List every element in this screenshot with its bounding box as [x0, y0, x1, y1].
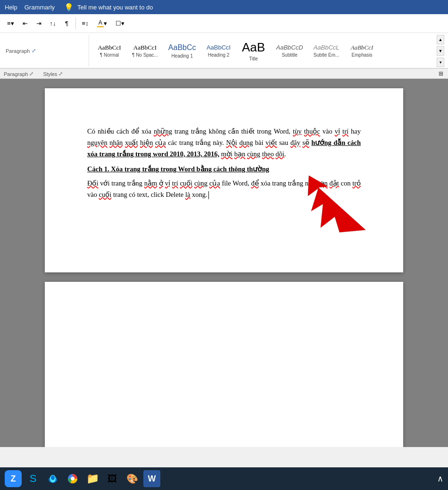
taskbar-paint3d-icon[interactable]: 🎨 [124, 470, 141, 487]
style-title[interactable]: AaB Title [237, 37, 270, 65]
title-bar-search[interactable]: 💡 Tell me what you want to do [64, 3, 153, 12]
taskbar-chevron-up[interactable]: ∧ [437, 473, 443, 484]
paragraph-footer[interactable]: Paragraph ⤢ [4, 71, 33, 77]
style-normal[interactable]: AaBbCcI ¶ Normal [93, 37, 126, 65]
styles-left-area: Paragraph ⤢ [4, 46, 89, 56]
style-subtle-emphasis[interactable]: AaBbCcL Subtle Em... [309, 37, 344, 65]
sort-btn[interactable]: ↑↓ [47, 17, 59, 30]
paragraph-footer-label: Paragraph [4, 71, 28, 77]
style-title-sample: AaB [242, 40, 265, 55]
page-1: Có nhiều cách để xóa những trang trắng k… [45, 88, 403, 272]
style-h1-label: Heading 1 [171, 53, 193, 59]
svg-point-6 [71, 477, 75, 481]
taskbar-skype-icon[interactable]: S [25, 470, 41, 487]
paragraph-label: Paragraph [6, 48, 30, 54]
style-emphasis[interactable]: AaBbCcI Emphasis [346, 37, 379, 65]
paragraph-dropdown-btn[interactable]: ≡▾ [4, 17, 17, 30]
style-emphasis-label: Emphasis [352, 52, 373, 58]
style-title-label: Title [249, 56, 258, 61]
styles-scrollbar: ▲ ▼ ▾ [437, 35, 444, 67]
style-h2-label: Heading 2 [208, 52, 230, 58]
paragraph-2: Đối với trang trắng nằm ở vị trí cuối cù… [87, 178, 361, 201]
style-heading1[interactable]: AaBbCc Heading 1 [164, 37, 200, 65]
help-menu[interactable]: Help [5, 4, 17, 11]
svg-point-3 [51, 475, 55, 480]
styles-footer-label: Styles [43, 71, 57, 77]
style-nospace-label: ¶ No Spac... [132, 52, 158, 58]
grammarly-menu[interactable]: Grammarly [25, 4, 55, 11]
page-2 [45, 282, 403, 447]
taskbar-word-icon[interactable]: W [143, 470, 160, 487]
search-text: Tell me what you want to do [77, 4, 153, 11]
taskbar-zoom-icon[interactable]: Z [5, 470, 22, 487]
style-normal-label: ¶ Normal [100, 52, 119, 58]
style-h1-sample: AaBbCc [168, 43, 196, 52]
taskbar-right: ∧ [437, 473, 443, 484]
scroll-down-btn[interactable]: ▼ [437, 46, 444, 56]
lightbulb-icon: 💡 [64, 3, 74, 12]
borders-btn[interactable]: ☐▾ [112, 17, 128, 30]
page-2-content[interactable] [45, 282, 403, 447]
show-hide-btn[interactable]: ¶ [61, 17, 73, 30]
title-bar-menu: Help Grammarly [5, 4, 55, 11]
title-bar: Help Grammarly 💡 Tell me what you want t… [0, 0, 448, 14]
line-spacing-btn[interactable]: ≡↕ [79, 17, 92, 30]
taskbar-edge-icon[interactable] [44, 470, 61, 487]
page-1-content[interactable]: Có nhiều cách để xóa những trang trắng k… [45, 88, 403, 268]
indent-decrease-btn[interactable]: ⇥ [33, 17, 45, 30]
style-h2-sample: AaBbCcI [207, 44, 231, 51]
paragraph-expand-icon[interactable]: ⤢ [32, 48, 36, 54]
indent-increase-btn[interactable]: ⇤ [19, 17, 31, 30]
paragraph-footer-expand[interactable]: ⤢ [29, 71, 33, 77]
style-subtle-label: Subtle Em... [314, 52, 339, 58]
style-emphasis-sample: AaBbCcI [351, 44, 373, 51]
separator-1 [75, 18, 76, 29]
ribbon: ≡▾ ⇤ ⇥ ↑↓ ¶ ≡↕ A▾ ☐▾ Paragraph ⤢ AaBbCcI… [0, 14, 448, 68]
style-subtitle-label: Subtitle [282, 52, 297, 58]
styles-gallery: AaBbCcI ¶ Normal AaBbCcI ¶ No Spac... Aa… [89, 35, 436, 67]
style-nospace-sample: AaBbCcI [133, 44, 157, 51]
taskbar-photos-icon[interactable]: 🖼 [104, 470, 121, 487]
scroll-up-btn[interactable]: ▲ [437, 35, 444, 44]
taskbar-left: Z S 📁 [5, 470, 160, 487]
style-normal-sample: AaBbCcI [98, 44, 121, 51]
taskbar-explorer-icon[interactable]: 📁 [84, 470, 101, 487]
style-subtle-sample: AaBbCcL [314, 44, 340, 51]
styles-row: Paragraph ⤢ AaBbCcI ¶ Normal AaBbCcI ¶ N… [0, 33, 448, 68]
heading-1: Cách 1. Xóa trang trắng trong Word bằng … [87, 164, 361, 175]
toolbar-row: ≡▾ ⇤ ⇥ ↑↓ ¶ ≡↕ A▾ ☐▾ [0, 14, 448, 33]
paragraph-1: Có nhiều cách để xóa những trang trắng k… [87, 126, 361, 160]
document-area[interactable]: Có nhiều cách để xóa những trang trắng k… [0, 79, 448, 447]
style-heading2[interactable]: AaBbCcI Heading 2 [202, 37, 235, 65]
text-cursor [208, 191, 209, 199]
style-nospace[interactable]: AaBbCcI ¶ No Spac... [128, 37, 162, 65]
styles-footer-expand[interactable]: ⤢ [58, 71, 63, 77]
style-subtitle-sample: AaBbCcD [276, 44, 303, 51]
shading-btn[interactable]: A▾ [94, 17, 110, 30]
taskbar-chrome-icon[interactable] [64, 470, 81, 487]
styles-footer[interactable]: Styles ⤢ [43, 71, 63, 77]
ribbon-footer: Paragraph ⤢ Styles ⤢ [0, 68, 448, 79]
scroll-more-btn[interactable]: ▾ [437, 58, 444, 67]
taskbar: Z S 📁 [0, 467, 448, 490]
style-subtitle[interactable]: AaBbCcD Subtitle [272, 37, 307, 65]
